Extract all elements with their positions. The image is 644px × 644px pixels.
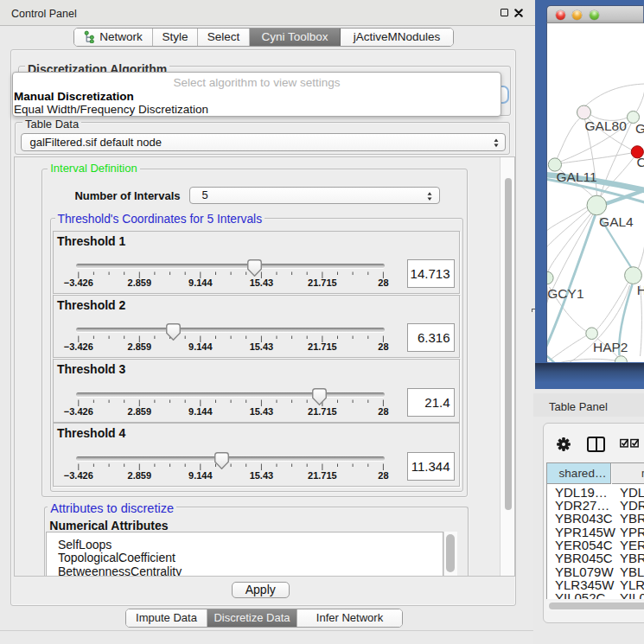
svg-text:HAP2: HAP2	[593, 340, 628, 354]
svg-text:GA: GA	[634, 121, 644, 136]
svg-text:GAL80: GAL80	[584, 118, 627, 133]
svg-text:C: C	[636, 155, 644, 169]
svg-text:GAL11: GAL11	[556, 169, 596, 184]
svg-text:GAL4: GAL4	[599, 214, 634, 229]
svg-text:GCY1: GCY1	[547, 286, 583, 301]
svg-text:H: H	[636, 283, 644, 297]
